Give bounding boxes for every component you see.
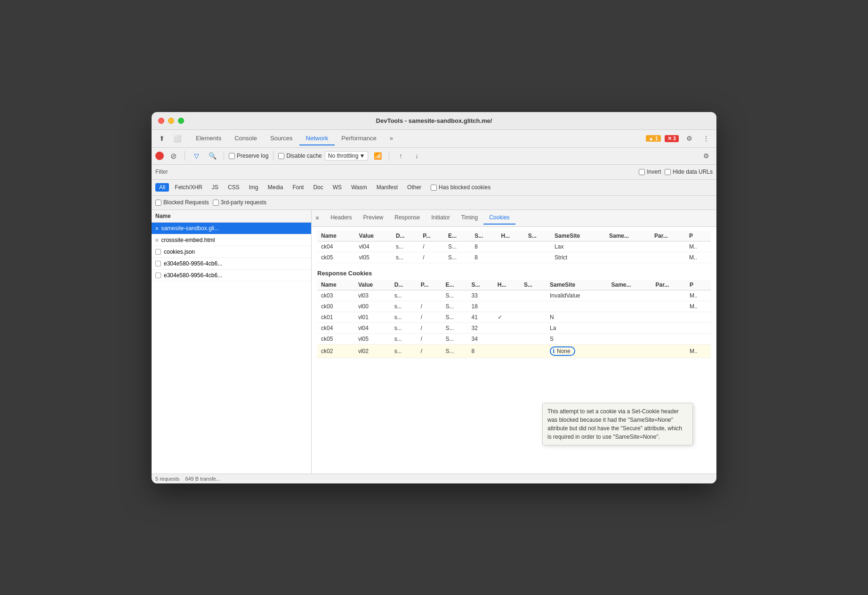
clear-icon[interactable]: ⊘: [167, 149, 180, 162]
table-row[interactable]: ck04 vl04 s... / S... 8 Lax M..: [317, 241, 711, 252]
disable-cache-checkbox[interactable]: [278, 153, 284, 159]
file-item-1[interactable]: ≡ crosssite-embed.html: [152, 234, 311, 246]
cookie-content: Name Value D... P... E... S... H... S...…: [312, 227, 716, 474]
cell-par: [651, 241, 685, 252]
preserve-log-checkbox[interactable]: [229, 153, 235, 159]
cell-p2: M..: [686, 344, 711, 358]
preserve-log-label[interactable]: Preserve log: [229, 153, 268, 159]
file-item-3[interactable]: e304e580-9956-4cb6...: [152, 258, 311, 270]
file-checkbox-4[interactable]: [155, 273, 161, 278]
blocked-requests-checkbox[interactable]: [155, 200, 161, 206]
col-h: H...: [497, 231, 524, 241]
maximize-button[interactable]: [178, 118, 184, 124]
table-row-highlighted[interactable]: ck02 vl02 s... / S... 8 ℹ None: [317, 344, 711, 358]
invert-checkbox[interactable]: [639, 169, 645, 175]
filter-manifest[interactable]: Manifest: [373, 183, 402, 192]
detail-tab-headers[interactable]: Headers: [325, 211, 357, 225]
download-icon[interactable]: ↓: [410, 149, 423, 162]
tab-console[interactable]: Console: [228, 132, 264, 145]
filter-media[interactable]: Media: [264, 183, 287, 192]
status-bar: 5 requests 649 B transfe...: [152, 474, 716, 483]
has-blocked-cookies-checkbox[interactable]: [431, 185, 437, 191]
transfer-size: 649 B transfe...: [185, 476, 220, 482]
detail-tab-cookies[interactable]: Cookies: [483, 211, 515, 225]
close-icon[interactable]: ×: [315, 214, 319, 222]
third-party-label[interactable]: 3rd-party requests: [213, 199, 266, 206]
tab-sources[interactable]: Sources: [264, 132, 299, 145]
request-cookies-table: Name Value D... P... E... S... H... S...…: [317, 231, 711, 263]
upload-icon[interactable]: ↑: [394, 149, 407, 162]
rcol-ss: S...: [520, 280, 546, 290]
has-blocked-cookies-label[interactable]: Has blocked cookies: [431, 184, 490, 191]
col-value: Value: [355, 231, 392, 241]
warning-badge: ▲ 1: [646, 135, 661, 142]
rcol-name: Name: [317, 280, 354, 290]
tab-performance[interactable]: Performance: [335, 132, 383, 145]
settings-icon[interactable]: ⚙: [683, 132, 696, 145]
blocked-requests-label[interactable]: Blocked Requests: [155, 199, 209, 206]
cell-ss: [520, 322, 546, 333]
filter-types-bar: All Fetch/XHR JS CSS Img Media Font Doc …: [152, 180, 716, 196]
cell-h: [494, 301, 520, 312]
throttle-select[interactable]: No throttling ▼: [325, 151, 369, 161]
inspect-icon[interactable]: ⬆: [155, 132, 169, 145]
table-row[interactable]: ck05 vl05 s... / S... 34 S: [317, 333, 711, 344]
filter-all[interactable]: All: [155, 183, 169, 192]
main-tabs: Elements Console Sources Network Perform…: [189, 132, 646, 145]
table-row[interactable]: ck03 vl03 s... S... 33 InvalidValue M..: [317, 290, 711, 301]
network-settings-icon[interactable]: ⚙: [699, 149, 713, 162]
cell-h: [494, 322, 520, 333]
tab-more[interactable]: »: [383, 132, 400, 145]
tab-network[interactable]: Network: [299, 132, 335, 145]
cell-e: S...: [442, 312, 467, 322]
detail-tab-response[interactable]: Response: [389, 211, 426, 225]
invert-label[interactable]: Invert: [639, 169, 661, 175]
hide-data-urls-checkbox[interactable]: [665, 169, 671, 175]
filter-css[interactable]: CSS: [224, 183, 243, 192]
filter-js[interactable]: JS: [208, 183, 222, 192]
tab-elements[interactable]: Elements: [189, 132, 228, 145]
cell-p2: M..: [685, 241, 711, 252]
file-item-4[interactable]: e304e580-9956-4cb6...: [152, 270, 311, 281]
table-row[interactable]: ck01 vl01 s... / S... 41 ✓ N: [317, 312, 711, 322]
table-row[interactable]: ck05 vl05 s... / S... 8 Strict M..: [317, 252, 711, 263]
table-row[interactable]: ck00 vl00 s... / S... 18 M..: [317, 301, 711, 312]
third-party-checkbox[interactable]: [213, 200, 219, 206]
file-checkbox-3[interactable]: [155, 261, 161, 266]
hide-data-urls-label[interactable]: Hide data URLs: [665, 169, 713, 175]
close-button[interactable]: [158, 118, 164, 124]
file-item-2[interactable]: cookies.json: [152, 246, 311, 258]
col-p2: P: [685, 231, 711, 241]
record-button[interactable]: [155, 152, 164, 160]
cell-same2: [608, 333, 652, 344]
detail-tab-initiator[interactable]: Initiator: [426, 211, 455, 225]
wifi-icon[interactable]: 📶: [371, 149, 384, 162]
table-row[interactable]: ck04 vl04 s... / S... 32 La: [317, 322, 711, 333]
filter-ws[interactable]: WS: [329, 183, 346, 192]
doc-icon: ≡: [155, 225, 158, 231]
cell-value: vl04: [355, 241, 392, 252]
device-icon[interactable]: ⬜: [170, 132, 184, 145]
cell-same2: [605, 241, 651, 252]
filter-other[interactable]: Other: [403, 183, 425, 192]
detail-tab-preview[interactable]: Preview: [358, 211, 389, 225]
filter-icon[interactable]: ▽: [190, 149, 203, 162]
filter-img[interactable]: Img: [245, 183, 262, 192]
file-item-0[interactable]: ≡ samesite-sandbox.gli...: [152, 223, 311, 234]
col-ss: S...: [524, 231, 551, 241]
filter-fetch-xhr[interactable]: Fetch/XHR: [171, 183, 206, 192]
tab-bar-right: ▲ 1 ✕ 3 ⚙ ⋮: [646, 132, 713, 145]
more-options-icon[interactable]: ⋮: [699, 132, 713, 145]
file-checkbox-2[interactable]: [155, 249, 161, 255]
filter-font[interactable]: Font: [289, 183, 307, 192]
filter-doc[interactable]: Doc: [309, 183, 327, 192]
cell-s: 18: [468, 301, 494, 312]
search-icon[interactable]: 🔍: [206, 149, 219, 162]
disable-cache-label[interactable]: Disable cache: [278, 153, 321, 159]
cell-p2: [686, 333, 711, 344]
info-icon: ℹ: [553, 348, 555, 354]
cell-p: /: [417, 333, 442, 344]
detail-tab-timing[interactable]: Timing: [456, 211, 484, 225]
minimize-button[interactable]: [168, 118, 174, 124]
filter-wasm[interactable]: Wasm: [347, 183, 371, 192]
